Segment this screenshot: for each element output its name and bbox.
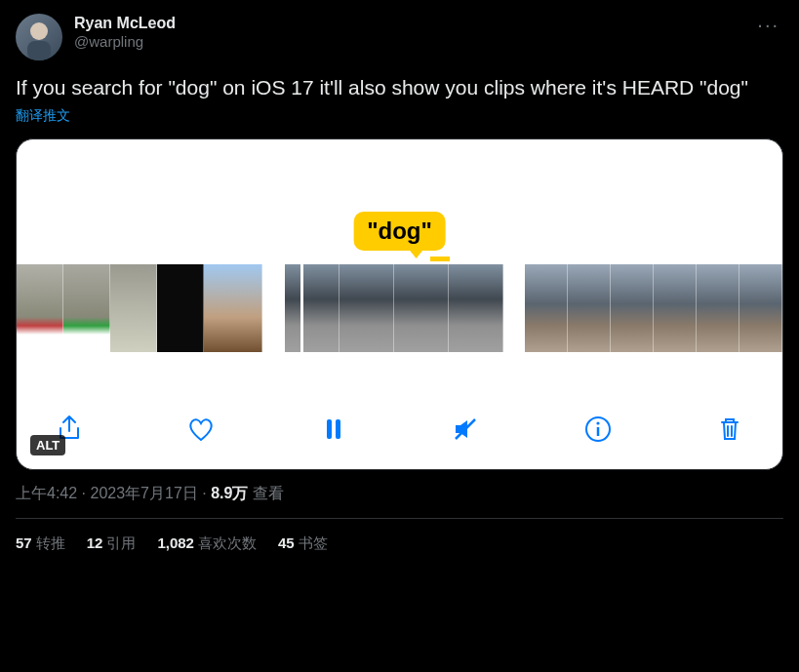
video-frame xyxy=(697,264,739,352)
tweet-time[interactable]: 上午4:42 xyxy=(16,485,77,501)
views-label: 查看 xyxy=(248,485,283,501)
pause-button[interactable] xyxy=(316,412,351,447)
video-toolbar xyxy=(17,389,782,469)
video-frame xyxy=(394,264,449,352)
video-frame xyxy=(739,264,782,352)
likes-stat[interactable]: 1,082喜欢次数 xyxy=(157,534,257,553)
video-frame xyxy=(110,264,157,352)
video-frame xyxy=(525,264,568,352)
tweet-header: Ryan McLeod @warpling ··· xyxy=(16,14,783,60)
video-frame xyxy=(654,264,697,352)
svg-point-0 xyxy=(30,22,48,40)
svg-rect-2 xyxy=(327,419,332,439)
video-frame xyxy=(63,264,110,352)
tweet-meta: 上午4:42 · 2023年7月17日 · 8.9万 查看 xyxy=(16,484,783,504)
author-display-name[interactable]: Ryan McLeod xyxy=(74,14,753,33)
clip-group-3 xyxy=(525,264,782,352)
info-button[interactable] xyxy=(580,412,616,447)
video-frame xyxy=(340,264,394,352)
clip-group-1 xyxy=(17,264,262,352)
mute-button[interactable] xyxy=(448,412,483,447)
quotes-stat[interactable]: 12引用 xyxy=(87,534,137,553)
divider xyxy=(16,518,783,519)
tweet-text: If you search for "dog" on iOS 17 it'll … xyxy=(16,74,783,101)
video-frame xyxy=(204,264,262,352)
video-frame xyxy=(157,264,204,352)
avatar[interactable] xyxy=(16,14,62,60)
more-options-button[interactable]: ··· xyxy=(753,14,783,36)
alt-badge[interactable]: ALT xyxy=(30,435,65,455)
svg-rect-1 xyxy=(27,41,51,60)
search-caption-bubble: "dog" xyxy=(353,212,446,251)
video-frame xyxy=(449,264,503,352)
retweets-stat[interactable]: 57转推 xyxy=(16,534,65,553)
video-frame xyxy=(285,264,340,352)
caption-marker xyxy=(430,257,450,261)
playhead[interactable] xyxy=(300,260,303,356)
author-handle[interactable]: @warpling xyxy=(74,33,753,52)
tweet-date[interactable]: 2023年7月17日 xyxy=(90,485,197,501)
video-frame xyxy=(568,264,611,352)
video-frame xyxy=(17,264,63,352)
clip-group-2 xyxy=(285,264,503,352)
translate-link[interactable]: 翻译推文 xyxy=(16,107,783,125)
svg-rect-3 xyxy=(336,419,340,439)
svg-point-6 xyxy=(596,422,599,425)
media-card[interactable]: "dog" xyxy=(16,138,783,470)
stats-row: 57转推 12引用 1,082喜欢次数 45书签 xyxy=(16,534,783,553)
video-filmstrip xyxy=(17,264,782,352)
views-count: 8.9万 xyxy=(211,485,248,501)
video-frame xyxy=(611,264,654,352)
trash-button[interactable] xyxy=(712,412,747,447)
bookmarks-stat[interactable]: 45书签 xyxy=(278,534,328,553)
heart-button[interactable] xyxy=(183,412,219,447)
